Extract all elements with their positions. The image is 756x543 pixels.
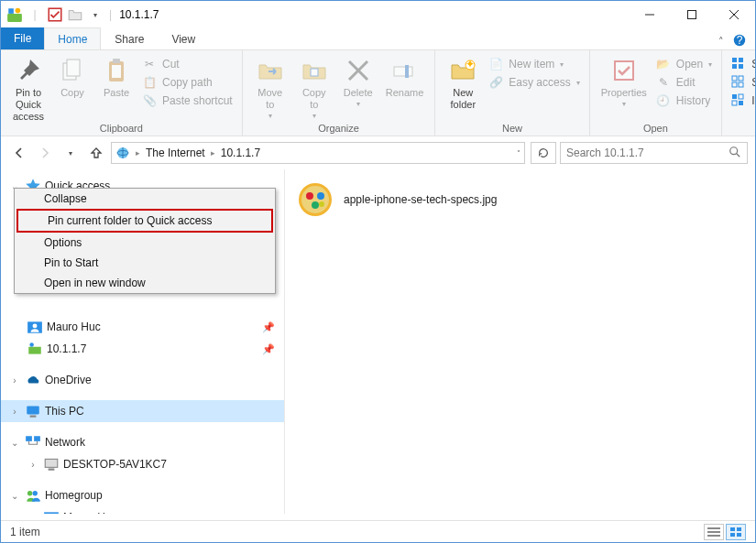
group-label: Organize [248, 123, 430, 136]
search-input[interactable]: Search 10.1.1.7 [560, 142, 748, 164]
tree-this-pc[interactable]: › This PC [1, 400, 284, 422]
rename-button[interactable]: Rename [380, 52, 430, 99]
recent-dropdown[interactable]: ▾ [60, 142, 82, 164]
new-folder-button[interactable]: ✦ New folder [441, 52, 485, 111]
paste-icon [102, 56, 131, 85]
ribbon-collapse-icon[interactable]: ˄ [718, 36, 724, 48]
search-placeholder: Search 10.1.1.7 [566, 147, 644, 159]
copy-button[interactable]: Copy [50, 52, 94, 99]
select-none-icon [731, 75, 746, 90]
file-tab[interactable]: File [1, 27, 44, 49]
up-button[interactable] [85, 142, 107, 164]
file-name: apple-iphone-se-tech-specs.jpg [344, 193, 497, 206]
properties-button[interactable]: Properties▾ [596, 52, 652, 108]
collapse-icon[interactable]: ⌄ [8, 438, 21, 448]
delete-button[interactable]: Delete▾ [336, 52, 380, 108]
tree-item-desktop[interactable]: › DESKTOP-5AV1KC7 [1, 453, 284, 475]
tree-item-mauro[interactable]: Mauro Huc 📌 [1, 316, 284, 338]
qat-separator: | [27, 6, 43, 23]
new-item-button[interactable]: 📄New item ▾ [487, 56, 581, 72]
chevron-right-icon[interactable]: ▸ [209, 148, 217, 157]
copy-to-icon [300, 56, 329, 85]
pin-icon: 📌 [262, 343, 275, 355]
new-folder-qat-icon[interactable] [67, 6, 83, 23]
svg-point-56 [317, 192, 324, 200]
forward-button[interactable] [34, 142, 56, 164]
tree-homegroup[interactable]: ⌄ Homegroup [1, 484, 284, 506]
svg-rect-65 [737, 533, 741, 537]
select-all-button[interactable]: Select all [729, 56, 756, 72]
title-bar: | ▾ | 10.1.1.7 [1, 1, 755, 28]
open-icon: 📂 [656, 57, 671, 71]
svg-rect-18 [394, 67, 412, 76]
tree-onedrive[interactable]: › OneDrive [1, 369, 284, 391]
address-root-icon [115, 146, 130, 160]
collapse-icon[interactable]: ⌄ [8, 491, 21, 501]
properties-qat-icon[interactable] [47, 6, 63, 23]
view-tab[interactable]: View [158, 27, 209, 49]
properties-icon [609, 56, 639, 85]
invert-selection-button[interactable]: Invert selection [729, 92, 756, 109]
expand-icon[interactable]: › [27, 513, 39, 515]
select-none-button[interactable]: Select none [729, 74, 756, 91]
easy-access-icon: 🔗 [488, 75, 503, 90]
open-button[interactable]: 📂Open ▾ [654, 56, 714, 72]
close-button[interactable] [713, 1, 755, 28]
copy-to-button[interactable]: Copy to▾ [292, 52, 336, 120]
details-view-button[interactable] [704, 524, 724, 540]
menu-pin-start[interactable]: Pin to Start [15, 253, 275, 273]
move-to-button[interactable]: Move to▾ [248, 52, 292, 120]
svg-rect-1 [8, 8, 14, 14]
easy-access-button[interactable]: 🔗Easy access ▾ [487, 74, 581, 91]
maximize-button[interactable] [671, 1, 713, 28]
tree-item-ip[interactable]: 10.1.1.7 📌 [1, 338, 284, 360]
paste-shortcut-button[interactable]: 📎Paste shortcut [140, 92, 235, 109]
svg-line-38 [737, 153, 740, 157]
large-icons-view-button[interactable] [726, 524, 746, 540]
quick-access-toolbar: | ▾ [1, 6, 109, 23]
paste-button[interactable]: Paste [94, 52, 138, 99]
edit-icon: ✎ [656, 75, 671, 90]
address-segment[interactable]: 10.1.1.7 [221, 147, 260, 159]
history-button[interactable]: 🕘History [654, 92, 714, 109]
content-pane[interactable]: apple-iphone-se-tech-specs.jpg [285, 169, 755, 514]
search-icon [729, 146, 741, 161]
address-dropdown[interactable]: ˅ [517, 149, 520, 157]
view-toggles [704, 524, 746, 540]
expand-icon[interactable]: › [8, 375, 21, 386]
menu-collapse[interactable]: Collapse [15, 189, 275, 209]
tree-item-mauro-hg[interactable]: › Mauro Huc [1, 506, 284, 514]
back-button[interactable] [8, 142, 30, 164]
menu-open-new-window[interactable]: Open in new window [15, 273, 275, 293]
cut-icon: ✂ [142, 57, 157, 71]
expand-icon[interactable]: › [27, 460, 39, 470]
home-tab[interactable]: Home [44, 27, 101, 49]
tree-network[interactable]: ⌄ Network [1, 431, 284, 453]
ribbon-group-organize: Move to▾ Copy to▾ Delete▾ Rename Organiz… [243, 50, 436, 136]
address-bar[interactable]: ▸ The Internet ▸ 10.1.1.7 ˅ [111, 142, 525, 164]
menu-pin-current[interactable]: Pin current folder to Quick access [16, 209, 273, 233]
svg-point-57 [312, 201, 319, 209]
ribbon-group-new: ✦ New folder 📄New item ▾ 🔗Easy access ▾ … [435, 50, 589, 136]
chevron-right-icon[interactable]: ▸ [134, 148, 142, 157]
homegroup-icon [25, 487, 41, 504]
expand-icon[interactable]: › [8, 407, 21, 417]
svg-point-2 [16, 8, 21, 14]
group-label: Clipboard [6, 123, 236, 136]
help-icon[interactable]: ? [733, 34, 746, 49]
status-bar: 1 item [1, 520, 755, 542]
refresh-button[interactable] [531, 142, 556, 164]
copy-path-button[interactable]: 📋Copy path [140, 74, 235, 91]
address-segment[interactable]: The Internet [146, 147, 205, 159]
svg-text:?: ? [737, 34, 743, 47]
edit-button[interactable]: ✎Edit [654, 74, 714, 91]
file-item[interactable]: apple-iphone-se-tech-specs.jpg [296, 180, 744, 219]
menu-options[interactable]: Options [15, 233, 275, 253]
svg-rect-32 [739, 94, 743, 99]
cut-button[interactable]: ✂Cut [140, 56, 235, 72]
qat-dropdown-icon[interactable]: ▾ [87, 6, 104, 23]
minimize-button[interactable] [629, 1, 671, 28]
pin-quick-access-button[interactable]: Pin to Quick access [6, 52, 50, 123]
ribbon-tabs: File Home Share View ˄ ? [1, 28, 755, 50]
share-tab[interactable]: Share [101, 27, 158, 49]
